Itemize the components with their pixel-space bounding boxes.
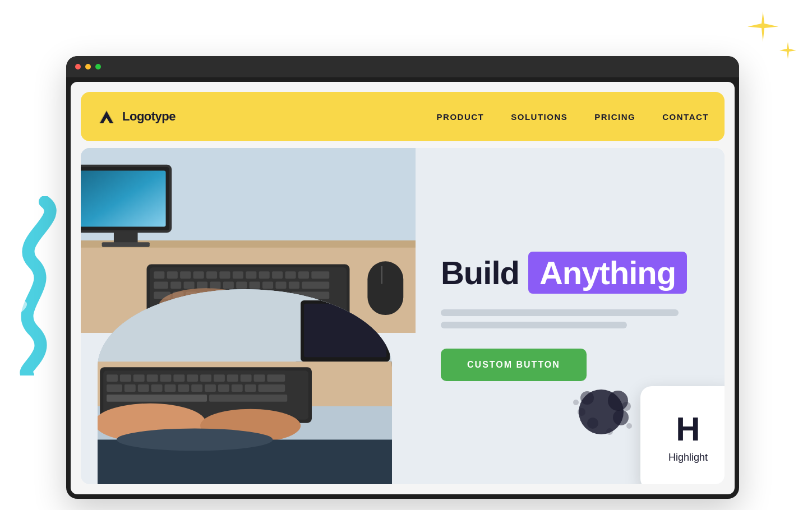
svg-rect-58 <box>107 374 118 382</box>
svg-rect-69 <box>254 374 265 382</box>
svg-point-98 <box>573 400 579 405</box>
svg-rect-16 <box>233 271 243 279</box>
svg-rect-24 <box>170 281 181 289</box>
svg-rect-33 <box>289 281 299 289</box>
svg-rect-14 <box>206 271 217 279</box>
navbar: Logotype PRODUCT SOLUTIONS PRICING CONTA… <box>81 92 725 141</box>
svg-rect-77 <box>191 384 202 392</box>
browser-content: Logotype PRODUCT SOLUTIONS PRICING CONTA… <box>71 82 735 494</box>
headline-build: Build <box>441 254 519 291</box>
svg-rect-28 <box>223 281 234 289</box>
svg-rect-76 <box>178 384 189 392</box>
headline-anything: Anything <box>528 252 687 294</box>
svg-rect-79 <box>218 384 229 392</box>
svg-point-92 <box>613 410 629 425</box>
subtext-line-2 <box>441 322 627 328</box>
svg-rect-71 <box>107 384 122 392</box>
subtext-line-1 <box>441 309 679 316</box>
browser-dot-3 <box>95 64 101 69</box>
svg-rect-59 <box>120 374 131 382</box>
highlight-label: Highlight <box>668 452 708 463</box>
svg-rect-13 <box>193 271 204 279</box>
svg-rect-17 <box>246 271 256 279</box>
svg-rect-83 <box>107 395 207 402</box>
svg-rect-26 <box>197 281 207 289</box>
svg-rect-32 <box>275 281 286 289</box>
highlight-letter: H <box>676 412 700 446</box>
star-large-decoration <box>748 11 778 42</box>
nav-product[interactable]: PRODUCT <box>437 112 485 122</box>
svg-rect-48 <box>381 266 382 284</box>
svg-rect-84 <box>209 395 287 402</box>
svg-rect-12 <box>180 271 191 279</box>
svg-rect-74 <box>151 384 163 392</box>
svg-rect-61 <box>147 374 158 382</box>
svg-rect-47 <box>367 261 403 315</box>
svg-rect-75 <box>164 384 176 392</box>
svg-point-95 <box>578 408 585 416</box>
svg-rect-25 <box>184 281 195 289</box>
browser-titlebar <box>66 56 739 77</box>
svg-rect-10 <box>154 271 164 279</box>
svg-rect-22 <box>311 271 329 279</box>
svg-rect-21 <box>298 271 309 279</box>
svg-rect-30 <box>250 281 260 289</box>
nav-solutions[interactable]: SOLUTIONS <box>511 112 568 122</box>
svg-rect-6 <box>114 231 138 243</box>
svg-rect-64 <box>187 374 198 382</box>
splatter-decoration <box>565 381 638 445</box>
subtext-placeholder <box>441 309 699 328</box>
svg-point-91 <box>580 391 594 405</box>
nav-links: PRODUCT SOLUTIONS PRICING CONTACT <box>437 112 709 122</box>
hero-images <box>81 148 416 484</box>
logo-text: Logotype <box>122 109 176 124</box>
svg-point-97 <box>626 423 632 429</box>
hero-content: Build Anything CUSTOM BUTTON <box>416 148 725 484</box>
nav-pricing[interactable]: PRICING <box>594 112 635 122</box>
svg-rect-66 <box>214 374 225 382</box>
svg-point-96 <box>606 428 613 435</box>
svg-point-88 <box>117 429 273 451</box>
highlight-card: H Highlight <box>640 386 725 484</box>
svg-rect-31 <box>262 281 273 289</box>
svg-rect-60 <box>133 374 145 382</box>
svg-rect-62 <box>160 374 172 382</box>
svg-rect-15 <box>219 271 230 279</box>
svg-rect-19 <box>272 271 283 279</box>
logo-icon <box>96 106 117 127</box>
svg-rect-68 <box>241 374 252 382</box>
svg-rect-65 <box>200 374 211 382</box>
headline: Build Anything <box>441 252 699 294</box>
svg-rect-78 <box>205 384 216 392</box>
hero-section: Build Anything CUSTOM BUTTON <box>81 148 725 484</box>
svg-rect-80 <box>232 384 243 392</box>
svg-point-94 <box>622 402 631 411</box>
svg-rect-27 <box>210 281 220 289</box>
svg-rect-81 <box>245 384 256 392</box>
hero-image-bottom <box>98 289 392 484</box>
custom-button[interactable]: CUSTOM BUTTON <box>441 349 587 381</box>
squiggle-decoration <box>0 196 62 375</box>
svg-rect-34 <box>302 281 329 289</box>
svg-rect-82 <box>259 384 285 392</box>
browser-dot-1 <box>75 64 81 69</box>
svg-rect-70 <box>267 374 285 382</box>
svg-point-93 <box>587 418 598 429</box>
svg-rect-73 <box>138 384 149 392</box>
svg-rect-67 <box>227 374 238 382</box>
svg-rect-18 <box>259 271 270 279</box>
svg-rect-5 <box>81 170 166 226</box>
nav-contact[interactable]: CONTACT <box>662 112 709 122</box>
svg-rect-29 <box>236 281 247 289</box>
browser-dot-2 <box>85 64 91 69</box>
svg-rect-7 <box>102 242 150 247</box>
svg-rect-63 <box>173 374 184 382</box>
browser-window: Logotype PRODUCT SOLUTIONS PRICING CONTA… <box>66 56 739 499</box>
svg-rect-20 <box>285 271 296 279</box>
star-small-decoration <box>779 42 796 59</box>
svg-rect-23 <box>154 281 168 289</box>
logo-area: Logotype <box>96 106 176 127</box>
svg-rect-11 <box>167 271 178 279</box>
svg-rect-72 <box>124 384 136 392</box>
